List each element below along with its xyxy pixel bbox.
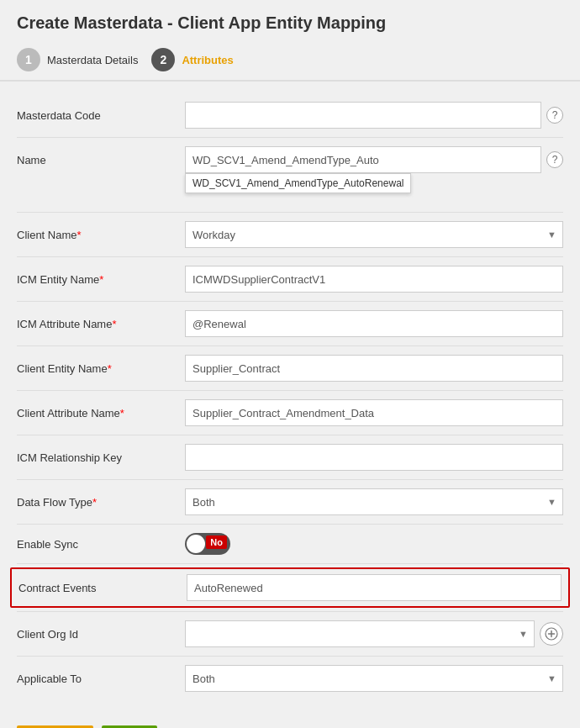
name-tooltip: WD_SCV1_Amend_AmendType_AutoRenewal: [185, 173, 411, 193]
toggle-thumb: [187, 535, 205, 553]
icm-attribute-name-field: [185, 310, 563, 337]
data-flow-type-label: Data Flow Type*: [17, 496, 185, 509]
enable-sync-label: Enable Sync: [17, 538, 185, 551]
client-attribute-name-row: Client Attribute Name*: [17, 393, 563, 433]
contract-events-field: [187, 574, 562, 601]
applicable-to-row: Applicable To Both Inbound Outbound ▼: [17, 658, 563, 699]
applicable-to-label: Applicable To: [17, 673, 185, 685]
enable-sync-row: Enable Sync No: [17, 526, 563, 562]
contract-events-input[interactable]: [187, 574, 562, 601]
icm-entity-name-input[interactable]: [185, 266, 563, 293]
tab2-label: Attributes: [182, 54, 233, 66]
icm-entity-name-field: [185, 266, 563, 293]
icm-attribute-name-input[interactable]: [185, 310, 563, 337]
data-flow-type-select[interactable]: Both Inbound Outbound: [185, 488, 563, 515]
tab1-number: 1: [17, 48, 40, 71]
masterdata-code-help-icon[interactable]: ?: [546, 107, 563, 124]
icm-relationship-key-label: ICM Relationship Key: [17, 451, 185, 464]
masterdata-code-label: Masterdata Code: [17, 109, 185, 122]
client-attribute-name-field: [185, 399, 563, 426]
client-entity-name-input[interactable]: [185, 355, 563, 382]
icm-attribute-name-label: ICM Attribute Name*: [17, 318, 185, 330]
client-name-field: Workday ▼: [185, 221, 563, 248]
icm-entity-name-label: ICM Entity Name*: [17, 273, 185, 286]
client-entity-name-label: Client Entity Name*: [17, 362, 185, 375]
icm-relationship-key-row: ICM Relationship Key: [17, 437, 563, 477]
client-entity-name-field: [185, 355, 563, 382]
client-name-row: Client Name* Workday ▼: [17, 214, 563, 255]
icm-attribute-name-row: ICM Attribute Name*: [17, 303, 563, 344]
data-flow-type-row: Data Flow Type* Both Inbound Outbound ▼: [17, 482, 563, 522]
tab2-number: 2: [151, 48, 175, 71]
name-field: ? WD_SCV1_Amend_AmendType_AutoRenewal: [185, 146, 563, 173]
client-org-id-select[interactable]: [185, 620, 535, 647]
tab1-label: Masterdata Details: [47, 54, 138, 66]
form-container: Masterdata Code ? Name ? WD_SCV1_Amend_A…: [0, 82, 580, 712]
client-attribute-name-input[interactable]: [185, 399, 563, 426]
icm-relationship-key-input[interactable]: [185, 444, 563, 471]
name-help-icon[interactable]: ?: [546, 151, 563, 168]
footer-buttons: Previous Save: [0, 712, 580, 728]
applicable-to-select[interactable]: Both Inbound Outbound: [185, 665, 563, 692]
icm-relationship-key-field: [185, 444, 563, 471]
masterdata-code-field: ?: [185, 102, 563, 129]
masterdata-code-row: Masterdata Code ?: [17, 95, 563, 135]
page-title: Create Masterdata - Client App Entity Ma…: [0, 0, 580, 41]
wizard-tabs: 1 Masterdata Details 2 Attributes: [0, 41, 580, 82]
contract-events-row: Contract Events: [10, 567, 570, 608]
tab-attributes[interactable]: 2 Attributes: [151, 41, 246, 80]
name-label: Name: [17, 154, 185, 166]
client-entity-name-row: Client Entity Name*: [17, 348, 563, 388]
contract-events-label: Contract Events: [18, 582, 187, 594]
enable-sync-field: No: [185, 533, 563, 555]
enable-sync-toggle[interactable]: No: [185, 533, 230, 555]
client-name-select[interactable]: Workday: [185, 221, 563, 248]
client-org-id-label: Client Org Id: [17, 628, 185, 641]
client-org-id-row: Client Org Id ▼: [17, 614, 563, 654]
applicable-to-field: Both Inbound Outbound ▼: [185, 665, 563, 692]
toggle-no-label: No: [206, 535, 227, 549]
client-org-id-field: ▼: [185, 620, 563, 647]
icm-entity-name-row: ICM Entity Name*: [17, 259, 563, 299]
client-name-label: Client Name*: [17, 229, 185, 241]
tab-masterdata-details[interactable]: 1 Masterdata Details: [17, 41, 151, 80]
masterdata-code-input[interactable]: [185, 102, 541, 129]
client-attribute-name-label: Client Attribute Name*: [17, 407, 185, 419]
client-org-id-add-button[interactable]: [540, 622, 563, 646]
name-row: Name ? WD_SCV1_Amend_AmendType_AutoRenew…: [17, 140, 563, 180]
name-input[interactable]: [185, 146, 541, 173]
data-flow-type-field: Both Inbound Outbound ▼: [185, 488, 563, 515]
